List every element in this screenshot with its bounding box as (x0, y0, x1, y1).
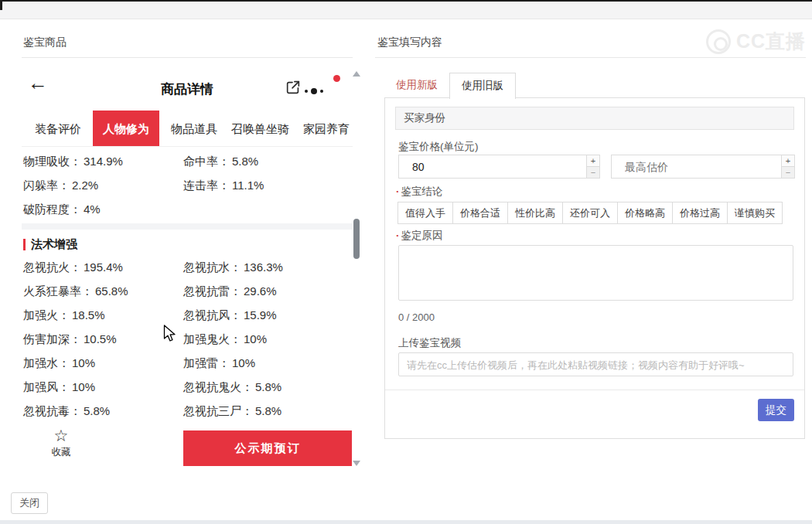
stat-row: 加强火18.5% 忽视抗风15.9% (23, 304, 351, 328)
product-tabs: 装备评价 人物修为 物品道具 召唤兽坐骑 家园养育 (22, 111, 353, 147)
reserve-button[interactable]: 公示期预订 (183, 430, 352, 466)
stat-row: 加强风10% 忽视抗鬼火5.8% (23, 376, 351, 400)
max-price-input-wrap: + − (611, 155, 795, 179)
stat-row: 火系狂暴率65.8% 忽视抗雷29.6% (23, 280, 351, 304)
conclusion-label: 鉴宝结论 (396, 185, 443, 199)
product-tab[interactable]: 物品道具 (171, 111, 217, 146)
right-section-title: 鉴宝填写内容 (377, 36, 442, 49)
notification-dot (333, 75, 340, 82)
stat-row: 加强水10% 加强雷10% (23, 352, 351, 376)
price-input[interactable] (398, 155, 600, 179)
conclusion-option-button[interactable]: 价格合适 (452, 202, 508, 224)
favorite-label: 收藏 (43, 446, 79, 459)
scroll-up-icon[interactable] (353, 71, 360, 77)
decrement-icon[interactable]: − (782, 167, 794, 178)
window-edge-notch (0, 0, 2, 10)
magic-stats: 忽视抗火195.4% 忽视抗水136.3% 火系狂暴率65.8% 忽视抗雷29.… (23, 256, 351, 424)
star-icon: ☆ (43, 427, 79, 444)
more-icon[interactable] (305, 83, 336, 96)
window-bottom-bar (0, 520, 812, 524)
reason-label: 鉴定原因 (396, 229, 443, 243)
conclusion-option-button[interactable]: 还价可入 (562, 202, 618, 224)
price-spinner: + − (586, 155, 599, 178)
stat-row: 物理吸收314.9% 命中率5.8% (23, 150, 351, 174)
increment-icon[interactable]: + (587, 155, 599, 167)
submit-button[interactable]: 提交 (758, 399, 794, 421)
conclusion-option-button[interactable]: 谨慎购买 (727, 202, 783, 224)
window-top-bar (0, 0, 812, 19)
upload-video-input[interactable] (398, 352, 793, 376)
product-card-title: 商品详情 (22, 80, 353, 98)
left-section-title: 鉴宝商品 (23, 36, 67, 49)
panel-footer-divider (385, 390, 804, 390)
conclusion-option-button[interactable]: 值得入手 (397, 202, 453, 224)
scroll-down-icon[interactable] (353, 461, 360, 466)
reason-textarea[interactable] (398, 245, 793, 301)
price-input-wrap: + − (398, 155, 600, 179)
left-divider (22, 57, 353, 58)
char-counter: 0 / 2000 (398, 311, 435, 323)
stat-row: 忽视抗毒5.8% 忽视抗三尸5.8% (23, 400, 351, 424)
stat-row: 伤害加深10.5% 加强鬼火10% (23, 328, 351, 352)
max-price-input[interactable] (611, 155, 795, 179)
favorite-button[interactable]: ☆ 收藏 (43, 427, 79, 459)
section-marker (23, 239, 26, 250)
form-tab[interactable]: 使用旧版 (449, 73, 516, 99)
scrollbar-thumb[interactable] (353, 219, 360, 259)
max-price-spinner: + − (781, 155, 794, 178)
basic-stats: 物理吸收314.9% 命中率5.8% 闪躲率2.2% 连击率11.1% 破防程度… (23, 150, 351, 222)
decrement-icon[interactable]: − (587, 167, 599, 178)
stat-row: 破防程度4% (23, 198, 351, 222)
product-tab[interactable]: 装备评价 (35, 111, 81, 146)
right-divider (375, 57, 806, 58)
magic-section: 法术增强 忽视抗火195.4% 忽视抗水136.3% 火系狂暴率65.8% 忽视… (23, 233, 351, 424)
conclusion-option-button[interactable]: 性价比高 (507, 202, 563, 224)
magic-section-title: 法术增强 (23, 233, 351, 256)
product-card-header: ← 商品详情 (22, 73, 353, 110)
cc-mascot-icon (706, 29, 731, 54)
close-button[interactable]: 关闭 (11, 492, 48, 514)
product-tab[interactable]: 人物修为 (93, 111, 159, 146)
upload-video-label: 上传鉴宝视频 (398, 336, 461, 350)
buyer-identity-header[interactable]: 买家身份 (395, 107, 794, 130)
stat-row: 闪躲率2.2% 连击率11.1% (23, 174, 351, 198)
appraisal-panel: 买家身份 鉴宝价格(单位元) + − + − 鉴宝结论 值得入手 价格合适 性价… (384, 97, 805, 439)
conclusion-option-button[interactable]: 价格略高 (617, 202, 673, 224)
product-tab[interactable]: 家园养育 (303, 111, 350, 146)
form-tabs: 使用新版 使用旧版 (384, 73, 516, 99)
share-icon[interactable] (285, 79, 302, 96)
increment-icon[interactable]: + (782, 155, 794, 167)
conclusion-option-button[interactable]: 价格过高 (672, 202, 728, 224)
product-tab[interactable]: 召唤兽坐骑 (231, 111, 289, 146)
cc-logo-watermark: CC直播 (706, 29, 806, 54)
section-separator (22, 223, 353, 230)
conclusion-options: 值得入手 价格合适 性价比高 还价可入 价格略高 价格过高 谨慎购买 (398, 202, 783, 224)
stat-row: 忽视抗火195.4% 忽视抗水136.3% (23, 256, 351, 280)
form-tab[interactable]: 使用新版 (384, 73, 449, 97)
card-scrollbar[interactable] (352, 70, 361, 468)
price-label: 鉴宝价格(单位元) (398, 140, 479, 154)
